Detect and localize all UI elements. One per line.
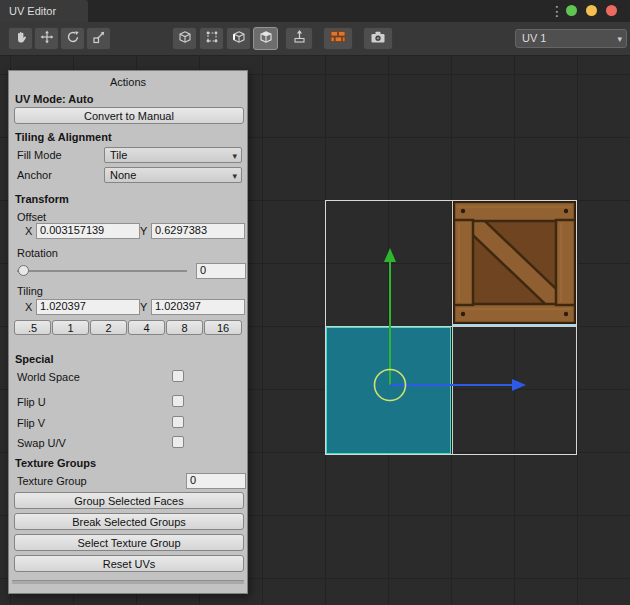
- fill-mode-value: Tile: [110, 149, 127, 161]
- toolbar: UV 1 ▾: [0, 22, 630, 56]
- select-object-mode-button[interactable]: [172, 27, 197, 50]
- texture-group-field[interactable]: 0: [186, 473, 246, 489]
- project-arrow-icon: [292, 29, 307, 48]
- tiling-preset-2-button[interactable]: 2: [90, 320, 127, 335]
- transform-header: Transform: [15, 193, 69, 206]
- tiling-alignment-header: Tiling & Alignment: [15, 131, 112, 144]
- status-dot-red-icon[interactable]: [606, 5, 617, 16]
- project-uvs-button[interactable]: [285, 27, 313, 50]
- uv-channel-value: UV 1: [522, 32, 546, 44]
- scale-tool-button[interactable]: [86, 27, 111, 50]
- select-face-mode-button[interactable]: [253, 27, 278, 50]
- uv-editor-window: UV Editor ⋮: [0, 0, 630, 605]
- titlebar: UV Editor ⋮: [0, 0, 630, 22]
- texture-preview-button[interactable]: [323, 27, 353, 50]
- tiling-preset-half-button[interactable]: .5: [14, 320, 51, 335]
- hand-icon: [14, 30, 28, 48]
- reset-uvs-button[interactable]: Reset UVs: [14, 555, 244, 572]
- world-space-label: World Space: [17, 371, 80, 384]
- crate-texture-face[interactable]: [453, 201, 576, 324]
- vertex-selection-icon: [205, 30, 219, 48]
- chevron-down-icon: ▾: [617, 31, 622, 48]
- actions-panel: Actions UV Mode: Auto Convert to Manual …: [8, 70, 248, 594]
- anchor-label: Anchor: [17, 169, 52, 182]
- swap-uv-label: Swap U/V: [17, 437, 66, 450]
- bricks-icon: [330, 30, 346, 48]
- chevron-down-icon: ▾: [232, 169, 237, 183]
- anchor-value: None: [110, 169, 136, 181]
- move-icon: [40, 30, 54, 48]
- tiling-preset-8-button[interactable]: 8: [166, 320, 203, 335]
- camera-icon: [370, 30, 386, 48]
- move-tool-button[interactable]: [34, 27, 59, 50]
- rotation-label: Rotation: [17, 247, 58, 260]
- tiling-y-field[interactable]: 1.020397: [151, 299, 245, 315]
- convert-to-manual-button[interactable]: Convert to Manual: [14, 107, 244, 124]
- offset-x-axis-label: X: [25, 225, 32, 238]
- rotation-slider-knob[interactable]: [18, 265, 29, 276]
- tiling-label: Tiling: [17, 285, 43, 298]
- swap-uv-checkbox[interactable]: [172, 436, 184, 448]
- rotation-value-field[interactable]: 0: [196, 263, 246, 279]
- uv-seam-highlight: [452, 324, 576, 326]
- select-edge-mode-button[interactable]: [226, 27, 251, 50]
- offset-y-field[interactable]: 0.6297383: [151, 223, 245, 239]
- selected-uv-face[interactable]: [326, 327, 451, 454]
- fill-mode-label: Fill Mode: [17, 149, 62, 162]
- texture-group-label: Texture Group: [17, 475, 87, 488]
- break-selected-groups-button[interactable]: Break Selected Groups: [14, 513, 244, 530]
- window-tab-uv-editor[interactable]: UV Editor: [0, 0, 88, 22]
- flip-v-checkbox[interactable]: [172, 416, 184, 428]
- fill-mode-dropdown[interactable]: Tile ▾: [104, 147, 242, 163]
- status-dot-green-icon[interactable]: [566, 5, 577, 16]
- flip-u-checkbox[interactable]: [172, 395, 184, 407]
- select-vertex-mode-button[interactable]: [199, 27, 224, 50]
- status-dot-yellow-icon[interactable]: [586, 5, 597, 16]
- offset-x-field[interactable]: 0.003157139: [36, 223, 140, 239]
- pan-tool-button[interactable]: [8, 27, 33, 50]
- uv-mode-label: UV Mode: Auto: [15, 93, 93, 106]
- tiling-preset-4-button[interactable]: 4: [128, 320, 165, 335]
- uv-shell[interactable]: [325, 200, 577, 455]
- cube-object-icon: [178, 30, 192, 48]
- tiling-x-axis-label: X: [25, 301, 32, 314]
- texture-groups-header: Texture Groups: [15, 457, 96, 470]
- scale-icon: [92, 30, 106, 48]
- rotation-slider-track[interactable]: [17, 270, 187, 272]
- special-header: Special: [15, 353, 54, 366]
- window-title: UV Editor: [9, 5, 56, 17]
- anchor-dropdown[interactable]: None ▾: [104, 167, 242, 183]
- uv-channel-dropdown[interactable]: UV 1 ▾: [515, 29, 627, 48]
- flip-u-label: Flip U: [17, 396, 46, 409]
- flip-v-label: Flip V: [17, 417, 45, 430]
- kebab-menu-icon[interactable]: ⋮: [550, 2, 562, 20]
- panel-scrollbar-groove[interactable]: [12, 580, 244, 584]
- face-selection-icon: [259, 30, 273, 48]
- tiling-y-axis-label: Y: [140, 301, 147, 314]
- world-space-checkbox[interactable]: [172, 370, 184, 382]
- tiling-preset-1-button[interactable]: 1: [52, 320, 89, 335]
- tiling-x-field[interactable]: 1.020397: [36, 299, 140, 315]
- panel-title: Actions: [9, 76, 247, 89]
- screenshot-button[interactable]: [363, 27, 393, 50]
- select-texture-group-button[interactable]: Select Texture Group: [14, 534, 244, 551]
- rotate-tool-button[interactable]: [60, 27, 85, 50]
- rotate-icon: [66, 30, 80, 48]
- tiling-preset-16-button[interactable]: 16: [204, 320, 242, 335]
- group-selected-faces-button[interactable]: Group Selected Faces: [14, 492, 244, 509]
- edge-selection-icon: [232, 30, 246, 48]
- chevron-down-icon: ▾: [232, 149, 237, 163]
- offset-y-axis-label: Y: [140, 225, 147, 238]
